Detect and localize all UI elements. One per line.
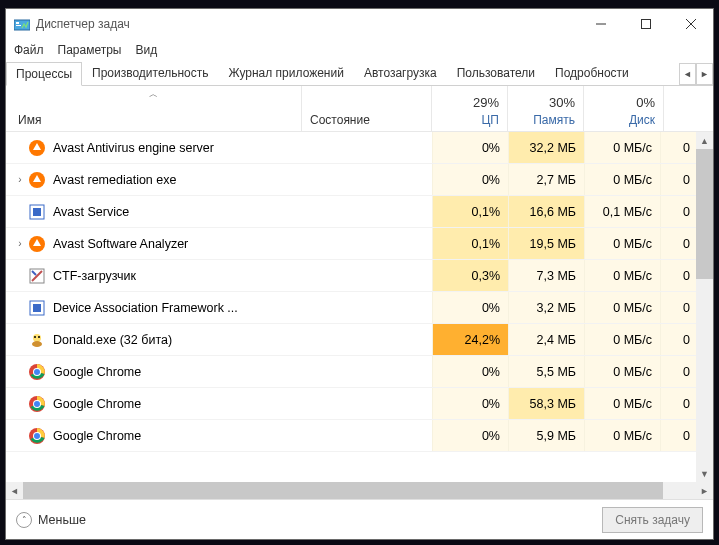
cpu-label: ЦП <box>481 113 499 127</box>
disk-label: Диск <box>629 113 655 127</box>
svg-point-15 <box>33 334 41 342</box>
column-headers: ︿ Имя Состояние 29% ЦП 30% Память 0% Дис… <box>6 86 713 132</box>
fewer-details-button[interactable]: ˄ Меньше <box>16 512 86 528</box>
cell-network: 0 <box>660 196 696 227</box>
tab-processes[interactable]: Процессы <box>6 62 82 86</box>
table-row[interactable]: Google Chrome0%58,3 МБ0 МБ/с0 <box>6 388 713 420</box>
process-name: Avast Service <box>53 205 129 219</box>
cell-network: 0 <box>660 292 696 323</box>
col-header-state[interactable]: Состояние <box>302 86 432 131</box>
table-row[interactable]: CTF-загрузчик0,3%7,3 МБ0 МБ/с0 <box>6 260 713 292</box>
process-name: Google Chrome <box>53 365 141 379</box>
col-header-disk[interactable]: 0% Диск <box>584 86 664 131</box>
cell-cpu: 0% <box>432 420 508 451</box>
table-row[interactable]: Avast Service0,1%16,6 МБ0,1 МБ/с0 <box>6 196 713 228</box>
vertical-scrollbar[interactable]: ▲ ▼ <box>696 132 713 482</box>
hscroll-left-button[interactable]: ◄ <box>6 482 23 499</box>
cell-memory: 2,4 МБ <box>508 324 584 355</box>
col-name-label: Имя <box>18 113 301 127</box>
table-row[interactable]: Avast Antivirus engine server0%32,2 МБ0 … <box>6 132 713 164</box>
process-name: CTF-загрузчик <box>53 269 136 283</box>
svg-point-16 <box>32 341 42 347</box>
cell-disk: 0 МБ/с <box>584 260 660 291</box>
menubar: Файл Параметры Вид <box>6 39 713 61</box>
tab-strip: Процессы Производительность Журнал прило… <box>6 61 713 86</box>
cell-disk: 0 МБ/с <box>584 292 660 323</box>
cell-network: 0 <box>660 356 696 387</box>
menu-options[interactable]: Параметры <box>58 43 122 57</box>
horizontal-scrollbar[interactable]: ◄ ► <box>6 482 713 499</box>
svg-point-27 <box>34 433 40 439</box>
table-row[interactable]: ›Avast Software Analyzer0,1%19,5 МБ0 МБ/… <box>6 228 713 260</box>
cell-disk: 0 МБ/с <box>584 324 660 355</box>
table-row[interactable]: Donald.exe (32 бита)24,2%2,4 МБ0 МБ/с0 <box>6 324 713 356</box>
process-icon <box>28 171 46 189</box>
tab-startup[interactable]: Автозагрузка <box>354 61 447 85</box>
svg-point-21 <box>34 369 40 375</box>
cell-memory: 2,7 МБ <box>508 164 584 195</box>
menu-view[interactable]: Вид <box>135 43 157 57</box>
cell-memory: 16,6 МБ <box>508 196 584 227</box>
titlebar[interactable]: Диспетчер задач <box>6 9 713 39</box>
tab-app-history[interactable]: Журнал приложений <box>219 61 354 85</box>
process-name: Avast Antivirus engine server <box>53 141 214 155</box>
svg-point-18 <box>38 336 40 338</box>
process-list: Avast Antivirus engine server0%32,2 МБ0 … <box>6 132 713 482</box>
table-row[interactable]: Device Association Framework ...0%3,2 МБ… <box>6 292 713 324</box>
scroll-down-button[interactable]: ▼ <box>696 465 713 482</box>
hscroll-thumb[interactable] <box>23 482 663 499</box>
process-icon <box>28 427 46 445</box>
cell-disk: 0 МБ/с <box>584 420 660 451</box>
maximize-button[interactable] <box>623 9 668 39</box>
table-row[interactable]: Google Chrome0%5,5 МБ0 МБ/с0 <box>6 356 713 388</box>
tab-scroll-right[interactable]: ► <box>696 63 713 85</box>
expand-toggle[interactable]: › <box>12 174 28 185</box>
svg-rect-14 <box>33 304 41 312</box>
sort-indicator-icon: ︿ <box>149 88 158 101</box>
process-name: Google Chrome <box>53 397 141 411</box>
col-header-network[interactable] <box>664 86 700 131</box>
fewer-label: Меньше <box>38 513 86 527</box>
process-icon <box>28 139 46 157</box>
cell-disk: 0 МБ/с <box>584 228 660 259</box>
minimize-button[interactable] <box>578 9 623 39</box>
cell-memory: 5,5 МБ <box>508 356 584 387</box>
footer: ˄ Меньше Снять задачу <box>6 499 713 539</box>
hscroll-right-button[interactable]: ► <box>696 482 713 499</box>
table-row[interactable]: ›Avast remediation exe0%2,7 МБ0 МБ/с0 <box>6 164 713 196</box>
col-header-cpu[interactable]: 29% ЦП <box>432 86 508 131</box>
task-manager-window: Диспетчер задач Файл Параметры Вид Проце… <box>5 8 714 540</box>
scroll-up-button[interactable]: ▲ <box>696 132 713 149</box>
cell-cpu: 0% <box>432 388 508 419</box>
cell-cpu: 0,1% <box>432 196 508 227</box>
scroll-track[interactable] <box>696 279 713 465</box>
col-header-name[interactable]: ︿ Имя <box>6 86 302 131</box>
tab-scroll-left[interactable]: ◄ <box>679 63 696 85</box>
process-icon <box>28 235 46 253</box>
process-name: Google Chrome <box>53 429 141 443</box>
tab-details[interactable]: Подробности <box>545 61 639 85</box>
cell-disk: 0 МБ/с <box>584 356 660 387</box>
table-row[interactable]: Google Chrome0%5,9 МБ0 МБ/с0 <box>6 420 713 452</box>
process-name: Avast remediation exe <box>53 173 176 187</box>
tab-performance[interactable]: Производительность <box>82 61 218 85</box>
tab-users[interactable]: Пользователи <box>447 61 545 85</box>
process-icon <box>28 395 46 413</box>
cell-cpu: 0% <box>432 164 508 195</box>
cell-disk: 0 МБ/с <box>584 388 660 419</box>
process-icon <box>28 299 46 317</box>
cell-disk: 0 МБ/с <box>584 164 660 195</box>
end-task-button[interactable]: Снять задачу <box>602 507 703 533</box>
close-button[interactable] <box>668 9 713 39</box>
process-icon <box>28 331 46 349</box>
expand-toggle[interactable]: › <box>12 238 28 249</box>
cell-network: 0 <box>660 228 696 259</box>
menu-file[interactable]: Файл <box>14 43 44 57</box>
cell-cpu: 0% <box>432 292 508 323</box>
scroll-thumb[interactable] <box>696 149 713 279</box>
col-header-memory[interactable]: 30% Память <box>508 86 584 131</box>
cell-network: 0 <box>660 324 696 355</box>
process-icon <box>28 203 46 221</box>
cell-memory: 5,9 МБ <box>508 420 584 451</box>
cell-disk: 0 МБ/с <box>584 132 660 163</box>
